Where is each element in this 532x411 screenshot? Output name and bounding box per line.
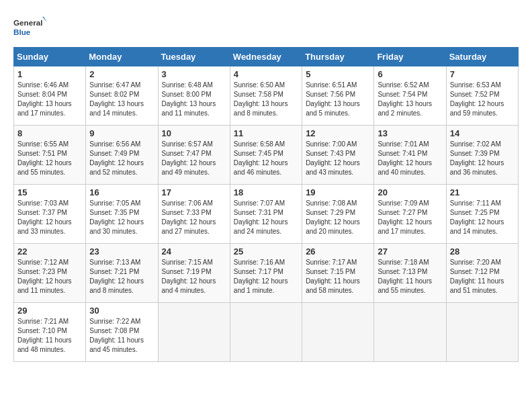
sunrise: Sunrise: 7:21 AM	[17, 318, 69, 325]
calendar-cell	[230, 303, 302, 362]
sunrise: Sunrise: 7:01 AM	[378, 140, 429, 148]
daylight: Daylight: 12 hours and 36 minutes.	[450, 159, 504, 176]
logo-svg: General Blue	[13, 13, 47, 40]
day-number: 2	[89, 69, 154, 79]
day-number: 6	[378, 69, 442, 79]
daylight: Daylight: 12 hours and 43 minutes.	[306, 159, 360, 176]
day-number: 17	[162, 187, 226, 197]
day-info: Sunrise: 7:17 AMSunset: 7:15 PMDaylight:…	[306, 258, 370, 295]
sunrise: Sunrise: 6:55 AM	[17, 140, 69, 148]
calendar-cell: 20Sunrise: 7:09 AMSunset: 7:27 PMDayligh…	[374, 185, 446, 244]
daylight: Daylight: 12 hours and 55 minutes.	[17, 159, 72, 176]
day-info: Sunrise: 6:52 AMSunset: 7:54 PMDaylight:…	[378, 81, 442, 118]
day-info: Sunrise: 6:58 AMSunset: 7:45 PMDaylight:…	[234, 140, 298, 177]
daylight: Daylight: 12 hours and 40 minutes.	[378, 159, 432, 176]
sunset: Sunset: 7:21 PM	[89, 268, 139, 275]
sunset: Sunset: 7:29 PM	[306, 209, 355, 216]
daylight: Daylight: 13 hours and 17 minutes.	[17, 100, 72, 117]
day-number: 1	[17, 69, 82, 79]
sunrise: Sunrise: 6:57 AM	[162, 140, 213, 148]
daylight: Daylight: 12 hours and 17 minutes.	[378, 218, 432, 235]
sunrise: Sunrise: 7:02 AM	[450, 140, 501, 148]
sunrise: Sunrise: 7:15 AM	[162, 259, 213, 266]
day-info: Sunrise: 7:00 AMSunset: 7:43 PMDaylight:…	[306, 140, 370, 177]
sunset: Sunset: 7:51 PM	[17, 150, 67, 157]
day-info: Sunrise: 6:51 AMSunset: 7:56 PMDaylight:…	[306, 81, 370, 118]
day-info: Sunrise: 7:03 AMSunset: 7:37 PMDaylight:…	[17, 199, 82, 236]
calendar-cell: 2Sunrise: 6:47 AMSunset: 8:02 PMDaylight…	[86, 66, 158, 126]
calendar-cell: 11Sunrise: 6:58 AMSunset: 7:45 PMDayligh…	[230, 126, 302, 185]
weekday-header-wednesday: Wednesday	[230, 48, 302, 66]
sunrise: Sunrise: 7:08 AM	[306, 199, 357, 207]
calendar-cell: 26Sunrise: 7:17 AMSunset: 7:15 PMDayligh…	[302, 244, 374, 303]
sunrise: Sunrise: 6:48 AM	[162, 81, 213, 89]
calendar-cell: 9Sunrise: 6:56 AMSunset: 7:49 PMDaylight…	[86, 126, 158, 185]
sunrise: Sunrise: 7:18 AM	[378, 259, 429, 266]
day-info: Sunrise: 7:11 AMSunset: 7:25 PMDaylight:…	[450, 199, 515, 236]
calendar-cell: 13Sunrise: 7:01 AMSunset: 7:41 PMDayligh…	[374, 126, 446, 185]
day-number: 13	[378, 128, 442, 138]
weekday-header-row: SundayMondayTuesdayWednesdayThursdayFrid…	[14, 48, 519, 66]
calendar-cell: 29Sunrise: 7:21 AMSunset: 7:10 PMDayligh…	[14, 303, 86, 362]
calendar-row: 15Sunrise: 7:03 AMSunset: 7:37 PMDayligh…	[14, 185, 519, 244]
weekday-header-thursday: Thursday	[302, 48, 374, 66]
sunrise: Sunrise: 6:50 AM	[234, 81, 285, 89]
sunset: Sunset: 7:43 PM	[306, 150, 355, 157]
sunset: Sunset: 7:58 PM	[234, 91, 283, 98]
sunset: Sunset: 7:31 PM	[234, 209, 283, 216]
sunrise: Sunrise: 6:46 AM	[17, 81, 69, 89]
daylight: Daylight: 12 hours and 27 minutes.	[162, 218, 216, 235]
daylight: Daylight: 12 hours and 24 minutes.	[234, 218, 288, 235]
day-info: Sunrise: 6:56 AMSunset: 7:49 PMDaylight:…	[89, 140, 154, 177]
day-info: Sunrise: 7:20 AMSunset: 7:12 PMDaylight:…	[450, 258, 515, 295]
day-number: 29	[17, 306, 82, 316]
day-info: Sunrise: 7:08 AMSunset: 7:29 PMDaylight:…	[306, 199, 370, 236]
day-info: Sunrise: 7:12 AMSunset: 7:23 PMDaylight:…	[17, 258, 82, 295]
day-number: 11	[234, 128, 298, 138]
sunset: Sunset: 7:41 PM	[378, 150, 427, 157]
day-number: 9	[89, 128, 154, 138]
sunrise: Sunrise: 7:03 AM	[17, 199, 69, 207]
daylight: Daylight: 12 hours and 30 minutes.	[89, 218, 144, 235]
day-number: 21	[450, 187, 515, 197]
svg-text:Blue: Blue	[13, 28, 31, 36]
day-info: Sunrise: 6:55 AMSunset: 7:51 PMDaylight:…	[17, 140, 82, 177]
calendar-row: 22Sunrise: 7:12 AMSunset: 7:23 PMDayligh…	[14, 244, 519, 303]
daylight: Daylight: 12 hours and 1 minute.	[234, 277, 288, 294]
day-info: Sunrise: 7:13 AMSunset: 7:21 PMDaylight:…	[89, 258, 154, 295]
calendar-cell: 1Sunrise: 6:46 AMSunset: 8:04 PMDaylight…	[14, 66, 86, 126]
sunset: Sunset: 7:08 PM	[89, 327, 139, 334]
calendar-cell: 7Sunrise: 6:53 AMSunset: 7:52 PMDaylight…	[446, 66, 518, 126]
sunset: Sunset: 7:39 PM	[450, 150, 500, 157]
day-number: 20	[378, 187, 442, 197]
day-info: Sunrise: 7:15 AMSunset: 7:19 PMDaylight:…	[162, 258, 226, 295]
sunrise: Sunrise: 6:53 AM	[450, 81, 501, 89]
sunrise: Sunrise: 7:13 AM	[89, 259, 140, 266]
day-info: Sunrise: 6:53 AMSunset: 7:52 PMDaylight:…	[450, 81, 515, 118]
calendar-cell: 24Sunrise: 7:15 AMSunset: 7:19 PMDayligh…	[158, 244, 230, 303]
daylight: Daylight: 13 hours and 14 minutes.	[89, 100, 144, 117]
day-info: Sunrise: 6:48 AMSunset: 8:00 PMDaylight:…	[162, 81, 226, 118]
sunset: Sunset: 7:49 PM	[89, 150, 139, 157]
sunrise: Sunrise: 6:56 AM	[89, 140, 140, 148]
calendar-cell: 22Sunrise: 7:12 AMSunset: 7:23 PMDayligh…	[14, 244, 86, 303]
calendar-cell: 6Sunrise: 6:52 AMSunset: 7:54 PMDaylight…	[374, 66, 446, 126]
sunset: Sunset: 7:23 PM	[17, 268, 67, 275]
day-info: Sunrise: 7:18 AMSunset: 7:13 PMDaylight:…	[378, 258, 442, 295]
day-info: Sunrise: 7:02 AMSunset: 7:39 PMDaylight:…	[450, 140, 515, 177]
calendar-cell: 19Sunrise: 7:08 AMSunset: 7:29 PMDayligh…	[302, 185, 374, 244]
sunrise: Sunrise: 6:58 AM	[234, 140, 285, 148]
daylight: Daylight: 12 hours and 8 minutes.	[89, 277, 144, 294]
day-info: Sunrise: 7:09 AMSunset: 7:27 PMDaylight:…	[378, 199, 442, 236]
weekday-header-sunday: Sunday	[14, 48, 86, 66]
day-number: 26	[306, 246, 370, 257]
daylight: Daylight: 12 hours and 20 minutes.	[306, 218, 360, 235]
day-number: 7	[450, 69, 515, 79]
sunrise: Sunrise: 7:05 AM	[89, 199, 140, 207]
day-info: Sunrise: 7:07 AMSunset: 7:31 PMDaylight:…	[234, 199, 298, 236]
sunset: Sunset: 8:04 PM	[17, 91, 67, 98]
calendar-cell	[158, 303, 230, 362]
daylight: Daylight: 11 hours and 55 minutes.	[378, 277, 432, 294]
day-info: Sunrise: 7:16 AMSunset: 7:17 PMDaylight:…	[234, 258, 298, 295]
sunset: Sunset: 7:54 PM	[378, 91, 427, 98]
